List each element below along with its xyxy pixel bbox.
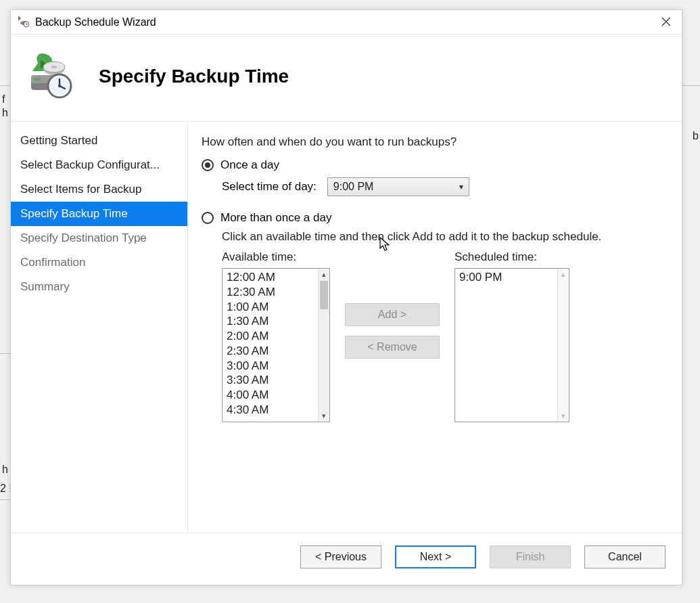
radio-more-than-once-row: More than once a day: [202, 211, 663, 225]
step-select-items[interactable]: Select Items for Backup: [11, 177, 187, 202]
step-confirmation[interactable]: Confirmation: [11, 250, 187, 275]
list-item[interactable]: 1:30 AM: [227, 314, 325, 329]
time-lists: Available time: 12:00 AM 12:30 AM 1:00 A…: [222, 250, 663, 422]
step-select-backup-config[interactable]: Select Backup Configurat...: [11, 153, 187, 177]
scroll-up-icon[interactable]: ▴: [319, 269, 329, 280]
list-item[interactable]: 12:30 AM: [227, 285, 325, 300]
question-text: How often and when do you want to run ba…: [202, 135, 663, 149]
scrollbar[interactable]: ▴ ▾: [318, 269, 329, 422]
add-button[interactable]: Add >: [345, 303, 440, 326]
cancel-button[interactable]: Cancel: [584, 545, 666, 568]
chevron-down-icon: ▾: [459, 182, 463, 192]
scrollbar[interactable]: ▴ ▾: [557, 269, 569, 422]
step-summary[interactable]: Summary: [11, 275, 187, 299]
time-of-day-value: 9:00 PM: [333, 181, 374, 193]
time-of-day-row: Select time of day: 9:00 PM ▾: [222, 177, 663, 196]
previous-button[interactable]: < Previous: [300, 545, 381, 568]
list-item[interactable]: 4:00 AM: [227, 388, 325, 403]
titlebar-left: Backup Schedule Wizard: [16, 14, 156, 30]
scroll-down-icon[interactable]: ▾: [558, 410, 569, 422]
list-item[interactable]: 9:00 PM: [459, 270, 565, 285]
next-button[interactable]: Next >: [395, 545, 476, 568]
radio-once-a-day[interactable]: [202, 159, 214, 171]
time-of-day-label: Select time of day:: [222, 180, 317, 194]
list-item[interactable]: 4:30 AM: [227, 403, 325, 418]
wizard-steps: Getting Started Select Backup Configurat…: [11, 122, 188, 533]
radio-more-than-once[interactable]: [202, 212, 214, 224]
wizard-content: How often and when do you want to run ba…: [188, 122, 682, 533]
available-time-listbox[interactable]: 12:00 AM 12:30 AM 1:00 AM 1:30 AM 2:00 A…: [222, 268, 330, 422]
svg-rect-7: [34, 78, 41, 81]
radio-more-than-once-label: More than once a day: [220, 211, 331, 225]
close-button[interactable]: [657, 13, 675, 31]
list-item[interactable]: 3:30 AM: [227, 373, 325, 388]
app-icon: [16, 14, 30, 30]
bg-line: [682, 85, 700, 86]
step-specify-backup-time[interactable]: Specify Backup Time: [11, 202, 187, 226]
list-item[interactable]: 1:00 AM: [227, 300, 325, 315]
page-title: Specify Backup Time: [99, 66, 289, 87]
bg-line: [0, 85, 10, 86]
step-specify-destination-type[interactable]: Specify Destination Type: [11, 226, 187, 250]
list-item[interactable]: 3:00 AM: [227, 359, 325, 374]
available-column: Available time: 12:00 AM 12:30 AM 1:00 A…: [222, 250, 330, 422]
radio-once-a-day-label: Once a day: [220, 158, 279, 172]
remove-button[interactable]: < Remove: [345, 336, 440, 359]
time-of-day-dropdown[interactable]: 9:00 PM ▾: [327, 177, 469, 196]
bg-text: b: [693, 130, 699, 142]
scheduled-time-listbox[interactable]: 9:00 PM ▴ ▾: [454, 268, 569, 422]
step-getting-started[interactable]: Getting Started: [11, 129, 187, 153]
bg-line: [0, 499, 10, 500]
wizard-body: Getting Started Select Backup Configurat…: [11, 122, 682, 533]
svg-point-4: [51, 66, 57, 68]
radio-once-a-day-row: Once a day: [202, 158, 663, 172]
scheduled-label: Scheduled time:: [454, 250, 569, 264]
list-item[interactable]: 12:00 AM: [227, 270, 325, 285]
wizard-header-icon: [24, 51, 74, 102]
bg-text: f: [2, 93, 5, 106]
titlebar: Backup Schedule Wizard: [11, 10, 682, 35]
scheduled-column: Scheduled time: 9:00 PM ▴ ▾: [454, 250, 569, 422]
wizard-dialog: Backup Schedule Wizard Specify Back: [10, 9, 682, 585]
svg-point-10: [58, 85, 61, 87]
wizard-header: Specify Backup Time: [11, 35, 682, 122]
bg-text: h: [2, 107, 8, 119]
scroll-down-icon[interactable]: ▾: [319, 410, 329, 422]
finish-button[interactable]: Finish: [490, 545, 571, 568]
scroll-up-icon[interactable]: ▴: [558, 269, 569, 280]
bg-line: [0, 353, 10, 354]
window-title: Backup Schedule Wizard: [35, 16, 156, 28]
bg-text: h: [2, 464, 8, 476]
available-label: Available time:: [222, 250, 330, 264]
list-item[interactable]: 2:00 AM: [227, 329, 325, 344]
wizard-footer: < Previous Next > Finish Cancel: [11, 533, 682, 585]
scroll-thumb[interactable]: [320, 281, 328, 309]
add-remove-buttons: Add > < Remove: [345, 303, 440, 359]
list-item[interactable]: 2:30 AM: [227, 344, 325, 359]
instruction-text: Click an available time and then click A…: [222, 230, 663, 244]
